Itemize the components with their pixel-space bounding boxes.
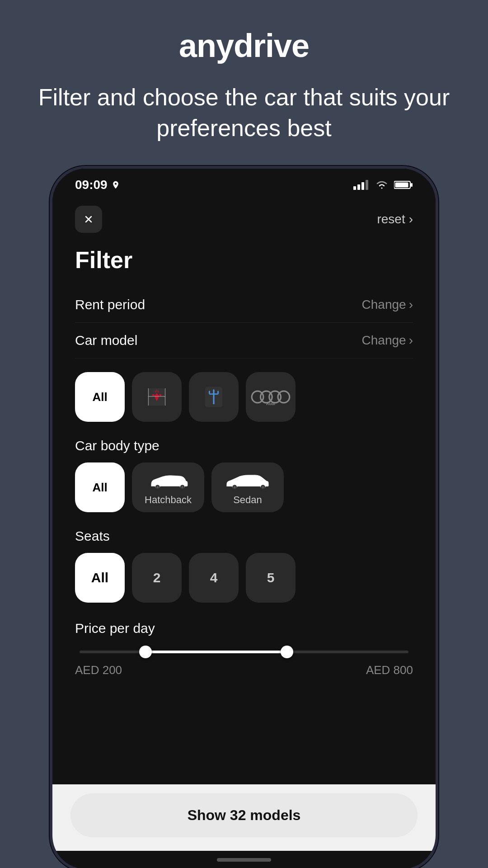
home-indicator bbox=[217, 858, 271, 862]
svg-rect-0 bbox=[353, 186, 356, 190]
app-title: anydrive bbox=[179, 27, 309, 64]
brand-chip-maserati[interactable] bbox=[189, 372, 239, 422]
filter-title: Filter bbox=[75, 246, 413, 274]
reset-button[interactable]: reset › bbox=[377, 212, 413, 226]
price-min-label: AED 200 bbox=[75, 663, 122, 677]
signal-icon bbox=[353, 180, 370, 190]
top-nav: reset › bbox=[75, 206, 413, 233]
svg-point-33 bbox=[262, 486, 264, 488]
body-chip-all[interactable]: All bbox=[75, 462, 125, 512]
svg-point-31 bbox=[234, 486, 236, 488]
rent-period-label: Rent period bbox=[75, 297, 145, 312]
sedan-label: Sedan bbox=[233, 494, 262, 506]
svg-rect-2 bbox=[361, 182, 364, 190]
price-thumb-min[interactable] bbox=[139, 646, 152, 658]
car-model-label: Car model bbox=[75, 333, 137, 348]
status-time: 09:09 bbox=[75, 178, 120, 192]
rent-period-chevron-icon: › bbox=[409, 297, 413, 312]
brand-chip-audi[interactable]: Audi bbox=[246, 372, 296, 422]
rent-period-action[interactable]: Change › bbox=[362, 297, 413, 312]
hatchback-icon bbox=[145, 469, 191, 491]
brand-chip-porsche[interactable] bbox=[132, 372, 182, 422]
price-thumb-max[interactable] bbox=[281, 646, 293, 658]
body-chips-container: All Hatchback bbox=[75, 462, 413, 512]
body-type-section: Car body type All Hatchback bbox=[75, 438, 413, 512]
price-label: Price per day bbox=[75, 621, 413, 636]
svg-rect-12 bbox=[165, 388, 165, 406]
svg-rect-10 bbox=[148, 396, 165, 396]
location-icon bbox=[111, 180, 120, 189]
bottom-indicator bbox=[52, 851, 436, 868]
battery-icon bbox=[394, 180, 413, 190]
car-model-action[interactable]: Change › bbox=[362, 333, 413, 348]
svg-point-24 bbox=[278, 391, 290, 403]
seats-section: Seats All 2 4 5 bbox=[75, 528, 413, 603]
seat-chip-2[interactable]: 2 bbox=[132, 553, 182, 603]
rent-period-row[interactable]: Rent period Change › bbox=[75, 287, 413, 323]
status-bar: 09:09 bbox=[52, 169, 436, 197]
car-model-chevron-icon: › bbox=[409, 333, 413, 348]
svg-rect-11 bbox=[148, 388, 149, 406]
phone-frame: 09:09 bbox=[50, 166, 438, 868]
app-subtitle: Filter and choose the car that suits you… bbox=[0, 82, 488, 143]
svg-point-27 bbox=[156, 486, 159, 488]
body-chip-sedan[interactable]: Sedan bbox=[211, 462, 284, 512]
seat-chip-all[interactable]: All bbox=[75, 553, 125, 603]
porsche-logo-icon bbox=[142, 382, 171, 411]
show-models-button[interactable]: Show 32 models bbox=[70, 793, 418, 837]
seat-chip-5[interactable]: 5 bbox=[246, 553, 296, 603]
maserati-logo-icon bbox=[199, 382, 228, 411]
svg-rect-5 bbox=[411, 183, 413, 187]
brand-chips-container: All bbox=[75, 372, 413, 422]
seat-chip-4[interactable]: 4 bbox=[189, 553, 239, 603]
svg-rect-6 bbox=[395, 183, 408, 188]
body-type-label: Car body type bbox=[75, 438, 413, 453]
seat-chips-container: All 2 4 5 bbox=[75, 553, 413, 603]
car-model-row[interactable]: Car model Change › bbox=[75, 323, 413, 359]
reset-chevron-icon: › bbox=[409, 212, 413, 226]
price-section: Price per day AED 200 AED 800 bbox=[75, 621, 413, 677]
status-icons bbox=[353, 180, 413, 190]
audi-logo-icon: Audi bbox=[250, 382, 291, 411]
price-slider-fill bbox=[145, 651, 287, 653]
seats-label: Seats bbox=[75, 528, 413, 544]
body-chip-hatchback[interactable]: Hatchback bbox=[132, 462, 204, 512]
wifi-icon bbox=[375, 180, 389, 190]
svg-point-29 bbox=[181, 486, 183, 488]
svg-rect-3 bbox=[366, 180, 368, 190]
sedan-icon bbox=[223, 469, 272, 491]
svg-text:Audi: Audi bbox=[266, 401, 275, 406]
show-btn-container: Show 32 models bbox=[52, 784, 436, 851]
price-range-labels: AED 200 AED 800 bbox=[75, 663, 413, 677]
brand-chip-all[interactable]: All bbox=[75, 372, 125, 422]
price-slider[interactable] bbox=[80, 650, 408, 654]
screen-content: reset › Filter Rent period Change › Car … bbox=[52, 197, 436, 784]
hatchback-label: Hatchback bbox=[145, 494, 192, 506]
close-button[interactable] bbox=[75, 206, 102, 233]
svg-rect-1 bbox=[357, 184, 360, 190]
brand-section: All bbox=[75, 372, 413, 422]
price-max-label: AED 800 bbox=[366, 663, 413, 677]
